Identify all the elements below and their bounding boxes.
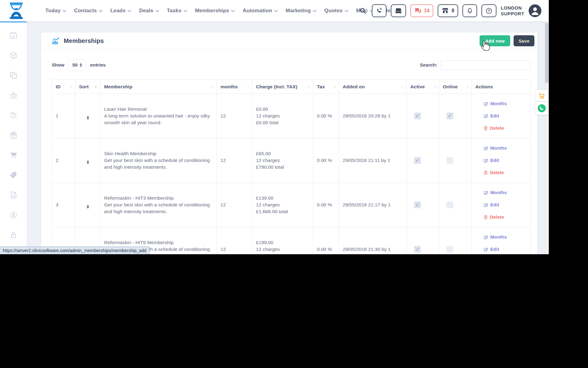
- sidebar-item-lock[interactable]: [0, 225, 27, 245]
- sidebar-item-user[interactable]: [0, 205, 27, 225]
- delete-link[interactable]: Delete: [484, 169, 527, 176]
- show-entries-control: Show 50 entries: [52, 59, 106, 71]
- nav-label: Marketing: [286, 8, 311, 14]
- inbox-icon: [395, 7, 402, 14]
- sidebar-item-history[interactable]: [0, 105, 27, 125]
- scrollbar-thumb[interactable]: [545, 23, 548, 83]
- nav-item-leads[interactable]: Leads: [110, 8, 131, 14]
- help-button[interactable]: ?: [481, 4, 496, 17]
- delete-link[interactable]: Delete: [484, 214, 527, 220]
- membership-description: A long term solution to unwanted hair - …: [104, 113, 213, 126]
- sidebar-item-price-tag[interactable]: $: [0, 165, 27, 185]
- nav-item-contacts[interactable]: Contacts: [74, 8, 102, 14]
- sidebar-item-package[interactable]: [0, 45, 27, 65]
- page-title: Memberships: [52, 37, 104, 44]
- cell-months: 12: [217, 183, 252, 227]
- nav-item-automation[interactable]: Automation: [243, 8, 277, 14]
- column-header-membership[interactable]: Membership↑↓: [100, 80, 217, 94]
- store-button[interactable]: 8: [438, 4, 458, 17]
- online-checkbox[interactable]: [447, 246, 453, 253]
- membership-description: Get your best skin with a schedule of co…: [104, 201, 213, 215]
- cell-charge: £65.00 12 charges £780.00 total: [252, 138, 313, 183]
- table-row: 1 Laser Hair Removal A long term solutio…: [52, 94, 531, 138]
- edit-link[interactable]: Edit: [484, 157, 527, 164]
- charge-count: 12 charges: [256, 201, 309, 208]
- nav-item-marketing[interactable]: Marketing: [286, 8, 316, 14]
- nav-item-deals[interactable]: Deals: [139, 8, 158, 14]
- sidebar-item-cart[interactable]: [0, 145, 27, 165]
- search-input[interactable]: [440, 60, 530, 70]
- column-header-charge[interactable]: Charge (Incl. TAX)↑↓: [252, 80, 313, 94]
- phone-button[interactable]: [372, 4, 386, 17]
- column-header-online[interactable]: Online↑↓: [439, 80, 472, 94]
- edit-link[interactable]: Edit: [484, 201, 527, 208]
- active-checkbox[interactable]: [414, 201, 421, 208]
- membership-name: Laser Hair Removal: [104, 106, 213, 113]
- cell-id: 1: [52, 94, 75, 138]
- cell-tax: 0.00 %: [313, 138, 339, 183]
- sidebar-item-calendar[interactable]: 12: [0, 25, 27, 45]
- months-link[interactable]: Months: [484, 189, 527, 196]
- cell-online: [439, 183, 472, 227]
- drag-sort-handle[interactable]: [87, 160, 89, 164]
- search-button[interactable]: [358, 6, 368, 15]
- column-header-sort[interactable]: Sort↑↓: [75, 80, 100, 94]
- months-link[interactable]: Months: [484, 100, 527, 107]
- months-link[interactable]: Months: [484, 234, 527, 240]
- column-header-tax[interactable]: Tax↑↓: [313, 80, 339, 94]
- floating-cart-widget[interactable]: [535, 90, 548, 102]
- sidebar-item-copy[interactable]: [0, 65, 27, 85]
- save-button[interactable]: Save: [514, 35, 534, 46]
- column-header-id[interactable]: ID↑↓: [52, 80, 75, 94]
- search-control: Search:: [420, 60, 530, 70]
- edit-link[interactable]: Edit: [484, 113, 527, 119]
- sidebar-item-report[interactable]: [0, 185, 27, 205]
- column-header-added-on[interactable]: Added on↑↓: [339, 80, 407, 94]
- inbox-button[interactable]: [391, 4, 406, 17]
- active-checkbox[interactable]: [414, 246, 421, 253]
- membership-description: Get your best skin with a schedule of co…: [104, 157, 213, 171]
- table-row: 3 Reformaskin - HIT3 Membership Get your…: [52, 183, 531, 227]
- app-logo[interactable]: [8, 2, 24, 20]
- delete-link[interactable]: Delete: [484, 125, 527, 132]
- status-bar-url: https://server2.clinicsoftware.com/admin…: [0, 247, 149, 254]
- svg-text:12: 12: [12, 35, 15, 38]
- online-checkbox[interactable]: [447, 157, 453, 164]
- cell-active: [407, 183, 439, 227]
- sidebar-item-gift[interactable]: [0, 125, 27, 145]
- online-checkbox[interactable]: [447, 201, 453, 208]
- nav-item-today[interactable]: Today: [45, 8, 66, 14]
- membership-name: Reformaskin - HIT3 Membership: [104, 195, 213, 201]
- membership-name: Skin Health Membership: [104, 150, 213, 157]
- calendar-icon: 12: [9, 31, 18, 40]
- charge-total: £780.00 total: [256, 164, 309, 171]
- online-checkbox[interactable]: [447, 113, 453, 119]
- sidebar-item-basket[interactable]: [0, 85, 27, 105]
- edit-link[interactable]: Edit: [484, 246, 527, 253]
- messages-button[interactable]: 14: [410, 4, 434, 17]
- user-avatar[interactable]: [529, 4, 541, 17]
- store-count-badge: 8: [451, 8, 454, 13]
- active-checkbox[interactable]: [414, 113, 421, 119]
- drag-sort-handle[interactable]: [87, 205, 89, 209]
- cell-membership: Reformaskin - HIT3 Membership Get your b…: [100, 183, 217, 227]
- add-new-button[interactable]: Add new: [480, 35, 510, 46]
- nav-item-tasks[interactable]: Tasks: [167, 8, 187, 14]
- cell-tax: 0.00 %: [313, 94, 339, 138]
- help-icon: ?: [485, 7, 492, 14]
- entries-per-page-select[interactable]: 50: [68, 59, 86, 71]
- notifications-button[interactable]: [462, 4, 477, 17]
- chevron-down-icon: [155, 8, 159, 12]
- active-checkbox[interactable]: [414, 157, 421, 164]
- column-header-active[interactable]: Active↑↓: [407, 80, 439, 94]
- nav-item-memberships[interactable]: Memberships: [195, 8, 235, 14]
- account-location-label: LONDON SUPPORT: [501, 5, 524, 17]
- drag-sort-handle[interactable]: [87, 116, 89, 120]
- edit-square-icon: [484, 146, 488, 151]
- column-header-months[interactable]: months↑↓: [217, 80, 252, 94]
- table-header-row: ID↑↓ Sort↑↓ Membership↑↓ months↑↓ Charge…: [52, 80, 531, 94]
- months-link[interactable]: Months: [484, 145, 527, 151]
- chevron-down-icon: [99, 8, 103, 12]
- floating-phone-widget[interactable]: [535, 102, 548, 115]
- nav-item-quotes[interactable]: Quotes: [324, 8, 348, 14]
